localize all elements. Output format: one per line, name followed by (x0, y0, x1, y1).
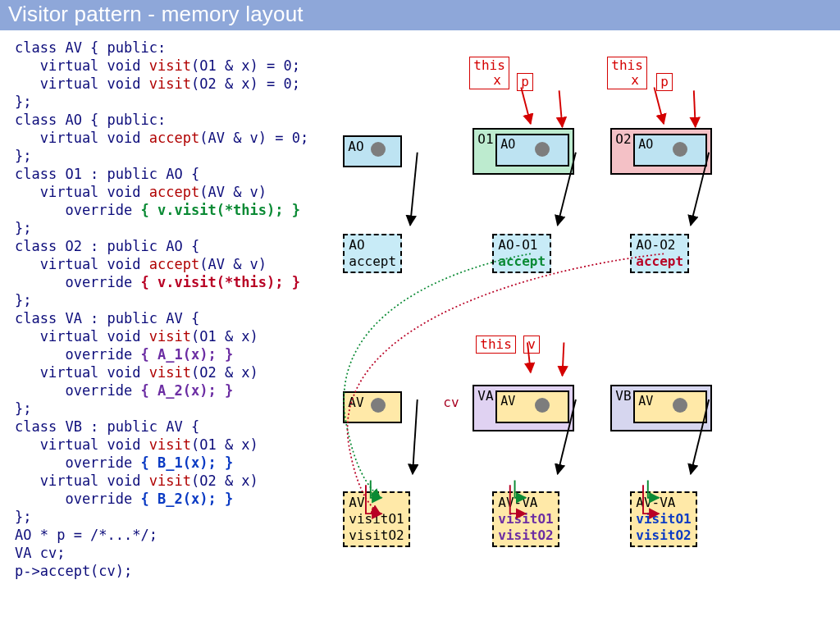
box-o2-sub: AO (633, 134, 707, 167)
vtable-av-vb-v1: visitO1 (636, 511, 691, 527)
svg-line-3 (694, 90, 696, 126)
ann-p-2: p (656, 73, 673, 91)
box-va-sub-label: AV (500, 394, 515, 409)
vtable-ao-accept: accept (349, 253, 396, 269)
vtable-ao-h: AO (349, 237, 364, 253)
content: class AV { public: virtual void visit(O1… (0, 30, 840, 630)
svg-line-5 (563, 343, 564, 377)
box-o1-sub-label: AO (500, 137, 515, 152)
title-bar: Visitor pattern - memory layout (0, 0, 840, 30)
vtable-av-vb-h: AV-VA (636, 495, 675, 510)
box-vb-sub-label: AV (638, 394, 653, 409)
ann-v: v (523, 336, 540, 354)
ann-this-x-1: this x (469, 57, 509, 89)
box-av-label: AV (348, 395, 363, 410)
vtable-av-va: AV-VA visitO1 visitO2 (492, 491, 559, 547)
vtable-ao-o1-accept: accept (498, 253, 546, 269)
svg-line-1 (559, 90, 563, 126)
memory-diagram: this x p this x p AO O1 AO O2 AO AO acce… (313, 30, 840, 630)
vtable-av-va-v1: visitO1 (498, 511, 553, 527)
box-o2-label: O2 (615, 131, 631, 147)
ann-this-x-2: this x (607, 57, 647, 89)
vtable-av-v2: visitO2 (349, 527, 404, 543)
vtable-av-va-h: AV-VA (498, 495, 537, 510)
vtable-ao-o1-h: AO-O1 (498, 237, 537, 253)
box-vb-label: VB (615, 388, 631, 404)
vtable-ao-o2-h: AO-O2 (636, 237, 675, 253)
svg-line-0 (522, 88, 532, 124)
box-o1-label: O1 (477, 131, 493, 147)
box-vb-sub: AV (633, 390, 707, 423)
vtable-ao-o1: AO-O1 accept (492, 234, 551, 273)
vtable-ao-o2-accept: accept (636, 253, 683, 269)
vtable-ao: AO accept (343, 234, 402, 273)
vtable-av: AV visitO1 visitO2 (343, 491, 409, 547)
vtable-av-va-v2: visitO2 (498, 527, 553, 543)
code-listing: class AV { public: virtual void visit(O1… (0, 30, 313, 630)
vtable-av-v1: visitO1 (349, 511, 404, 527)
vtable-av-vb: AV-VA visitO1 visitO2 (630, 491, 696, 547)
ann-this-3: this (476, 336, 516, 354)
box-o1-sub: AO (495, 134, 569, 167)
svg-line-6 (410, 153, 418, 226)
box-ao-label: AO (348, 139, 363, 154)
box-va-label: VA (477, 388, 493, 404)
vtable-av-vb-v2: visitO2 (636, 527, 691, 543)
box-va-sub: AV (495, 390, 569, 423)
ann-cv: cv (443, 395, 459, 410)
vtable-ao-o2: AO-O2 accept (630, 234, 689, 273)
ann-p-1: p (517, 73, 533, 91)
svg-line-9 (413, 399, 418, 474)
box-o2-sub-label: AO (638, 137, 653, 152)
vtable-av-h: AV (349, 495, 364, 510)
svg-line-2 (655, 88, 664, 124)
